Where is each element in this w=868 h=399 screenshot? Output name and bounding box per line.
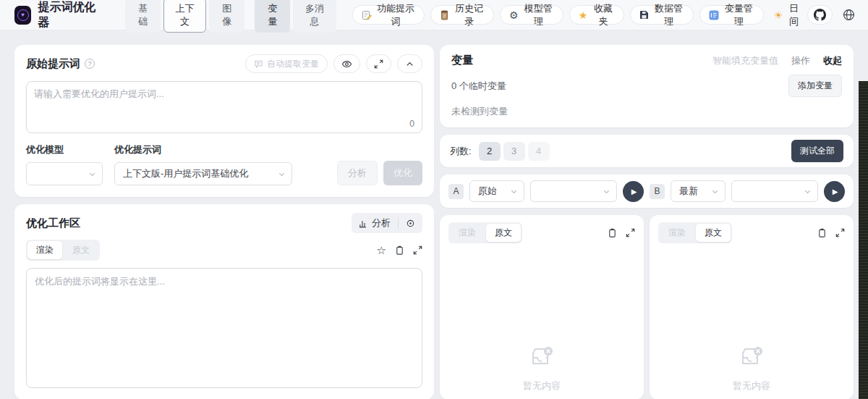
content-mode-switch: 变量 多消息	[255, 0, 336, 33]
variable-actions-button[interactable]: 操作	[791, 54, 810, 67]
expand-icon	[374, 59, 383, 69]
compare-controls-card: A 原始 ▶ B 最新	[440, 175, 854, 208]
no-variables-text: 未检测到变量	[451, 105, 842, 118]
copy-icon[interactable]	[817, 228, 827, 238]
mode-switch: 基础 上下文 图像	[125, 0, 244, 33]
app-logo: ♥	[14, 6, 31, 25]
columns-option-2[interactable]: 2	[479, 142, 501, 161]
tab-source[interactable]: 原文	[696, 224, 731, 242]
add-variable-button[interactable]: 添加变量	[788, 75, 842, 97]
version-select-a[interactable]: 原始	[469, 180, 524, 202]
optimize-button[interactable]: 优化	[383, 161, 422, 185]
chat-bubble-icon	[254, 59, 263, 69]
empty-state: 暂无内容	[448, 243, 635, 392]
workspace-output-box	[26, 268, 422, 388]
tab-render[interactable]: 渲染	[450, 224, 485, 242]
workspace-title: 优化工作区	[26, 217, 80, 230]
columns-option-3[interactable]: 3	[503, 142, 525, 161]
badge-b: B	[650, 184, 665, 199]
favorites-button[interactable]: ★ 收藏夹	[569, 5, 624, 25]
play-icon: ▶	[631, 188, 637, 196]
workspace-textarea[interactable]	[35, 275, 414, 381]
empty-inbox-icon	[527, 343, 556, 372]
bar-chart-icon	[359, 219, 368, 228]
columns-card: 列数: 2 3 4 测试全部	[440, 135, 854, 167]
help-icon[interactable]: ?	[85, 59, 95, 69]
model-select-b[interactable]	[731, 180, 818, 202]
chevron-down-icon	[603, 188, 610, 196]
compare-slot-a: A 原始 ▶	[448, 180, 644, 202]
result-panel-b: 渲染 原文 暂无内容	[650, 215, 854, 399]
favorite-star-icon[interactable]: ☆	[377, 244, 386, 257]
smart-fill-button[interactable]: 智能填充变量值	[712, 54, 778, 67]
chevron-down-icon	[510, 188, 518, 196]
collapse-variables-button[interactable]: 收起	[823, 54, 842, 67]
columns-label: 列数:	[450, 145, 472, 158]
original-prompt-title: 原始提示词 ?	[26, 57, 95, 71]
app-title: 提示词优化器	[38, 0, 101, 30]
original-prompt-textarea[interactable]	[34, 88, 414, 117]
run-b-button[interactable]: ▶	[824, 181, 845, 202]
function-prompts-button[interactable]: 功能提示词	[352, 5, 425, 25]
tab-render[interactable]: 渲染	[660, 224, 694, 242]
tab-source[interactable]: 原文	[486, 224, 521, 242]
tab-multimessage[interactable]: 多消息	[293, 0, 336, 33]
tab-variables[interactable]: 变量	[255, 0, 290, 33]
original-prompt-card: 原始提示词 ? 自动提取变量	[14, 45, 434, 197]
model-select-a[interactable]	[530, 180, 617, 202]
chevron-down-icon	[88, 170, 96, 178]
workspace-settings-button[interactable]	[399, 215, 422, 232]
optimize-template-select[interactable]: 上下文版-用户提示词基础优化	[114, 162, 292, 185]
expand-icon[interactable]	[626, 228, 635, 238]
badge-a: A	[448, 184, 464, 199]
analyze-button[interactable]: 分析	[337, 161, 378, 185]
language-button[interactable]	[843, 9, 855, 21]
history-button[interactable]: 历史记录	[430, 5, 494, 25]
copy-icon[interactable]	[608, 228, 617, 238]
variable-management-button[interactable]: 变量管理	[699, 5, 764, 25]
auto-extract-variables-button[interactable]: 自动提取变量	[245, 54, 328, 73]
empty-state: 暂无内容	[658, 243, 845, 392]
columns-option-4[interactable]: 4	[528, 142, 550, 161]
scroll-icon	[440, 10, 449, 20]
tab-render[interactable]: 渲染	[27, 241, 62, 259]
empty-text: 暂无内容	[523, 379, 561, 392]
github-button[interactable]	[807, 5, 833, 25]
optimize-model-select[interactable]	[26, 162, 103, 185]
expand-icon[interactable]	[835, 228, 845, 238]
sun-icon: ☀	[774, 10, 783, 20]
chevron-down-icon	[804, 188, 812, 196]
theme-toggle-button[interactable]: ☀ 日间	[774, 2, 801, 28]
collapse-section-button[interactable]	[397, 54, 422, 73]
optimize-template-label: 优化提示词	[114, 143, 292, 156]
tab-source[interactable]: 原文	[64, 241, 98, 259]
test-all-button[interactable]: 测试全部	[791, 140, 843, 162]
workspace-view-tabs: 渲染 原文	[26, 240, 100, 261]
heart-icon: ♥	[17, 9, 29, 21]
tab-image[interactable]: 图像	[209, 0, 244, 33]
variables-title: 变量	[451, 54, 473, 67]
gear-icon: ⚙	[509, 10, 519, 20]
eye-icon	[341, 59, 352, 70]
chevron-down-icon	[278, 170, 286, 178]
desktop-edge	[859, 81, 868, 399]
copy-icon[interactable]	[395, 245, 404, 256]
tab-basic[interactable]: 基础	[125, 0, 161, 33]
fullscreen-button[interactable]	[366, 54, 391, 73]
temp-variable-count: 0 个临时变量	[451, 80, 506, 93]
panel-a-view-tabs: 渲染 原文	[448, 222, 522, 243]
expand-icon[interactable]	[413, 245, 422, 255]
tab-context[interactable]: 上下文	[163, 0, 206, 33]
data-management-button[interactable]: 数据管理	[630, 5, 694, 25]
model-management-button[interactable]: ⚙ 模型管理	[500, 5, 563, 25]
original-prompt-input-box: 0	[26, 81, 422, 133]
workspace-analyze-button[interactable]: 分析	[352, 213, 398, 233]
chevron-down-icon	[711, 188, 719, 196]
play-icon: ▶	[833, 188, 838, 196]
run-a-button[interactable]: ▶	[623, 181, 644, 202]
empty-text: 暂无内容	[733, 379, 770, 392]
main-content: 原始提示词 ? 自动提取变量	[0, 30, 868, 399]
variables-card: 变量 智能填充变量值 操作 收起 0 个临时变量 添加变量 未检测到变量	[440, 45, 854, 127]
preview-eye-button[interactable]	[333, 54, 360, 73]
version-select-b[interactable]: 最新	[671, 180, 726, 202]
